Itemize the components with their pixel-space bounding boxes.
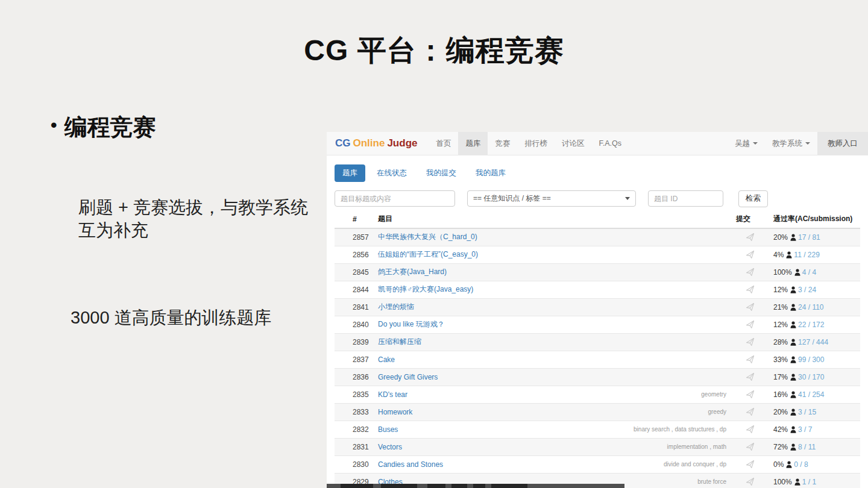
send-icon[interactable] xyxy=(746,460,755,469)
problem-title-link[interactable]: 鸽王大赛(Java_Hard) xyxy=(378,267,447,276)
problem-title-link[interactable]: Homework xyxy=(378,408,412,416)
bullet-item: •编程竞赛 xyxy=(51,112,156,143)
problem-row: 2833 Homework greedy 20%3 / 15 xyxy=(335,403,860,421)
ac-ratio-link[interactable]: 3 / 15 xyxy=(798,408,816,416)
send-icon[interactable] xyxy=(746,320,755,329)
brand-part-judge: Judge xyxy=(387,137,417,149)
ac-ratio-link[interactable]: 3 / 7 xyxy=(798,425,812,434)
ratio-cell: 20%3 / 15 xyxy=(769,403,860,421)
user-icon xyxy=(790,391,796,398)
ratio-cell: 33%99 / 300 xyxy=(769,351,860,368)
send-icon[interactable] xyxy=(746,442,755,451)
problem-title-link[interactable]: Candies and Stones xyxy=(378,460,443,469)
submit-cell xyxy=(731,455,769,473)
user-icon xyxy=(790,426,796,433)
header-id: # xyxy=(335,210,373,228)
send-icon[interactable] xyxy=(746,285,755,294)
problem-title-link[interactable]: 压缩和解压缩 xyxy=(378,337,421,346)
nav-item-竞赛[interactable]: 竞赛 xyxy=(488,132,517,155)
problem-id-input[interactable] xyxy=(648,190,723,207)
problem-row: 2857 中华民族伟大复兴（C_hard_0) 20%17 / 81 xyxy=(335,228,860,246)
tab-在线状态[interactable]: 在线状态 xyxy=(369,164,415,182)
problem-title-link[interactable]: Buses xyxy=(378,425,398,434)
teacher-entry-button[interactable]: 教师入口 xyxy=(817,132,868,155)
problem-title-link[interactable]: Vectors xyxy=(378,443,402,451)
ratio-cell: 72%8 / 11 xyxy=(769,438,860,455)
problem-tags xyxy=(602,228,731,246)
ratio-cell: 21%24 / 110 xyxy=(769,298,860,316)
submit-cell xyxy=(731,421,769,438)
problem-id: 2836 xyxy=(335,368,373,386)
send-icon[interactable] xyxy=(746,372,755,381)
user-menu[interactable]: 吴越 xyxy=(728,132,765,155)
tag-filter-select[interactable]: == 任意知识点 / 标签 == xyxy=(467,190,636,207)
problem-tags: geometry xyxy=(602,386,731,403)
ac-ratio-link[interactable]: 17 / 81 xyxy=(798,233,820,242)
problem-title-link[interactable]: KD's tear xyxy=(378,390,407,399)
nav-item-首页[interactable]: 首页 xyxy=(429,132,458,155)
ac-ratio-link[interactable]: 99 / 300 xyxy=(798,355,824,364)
problem-title-link[interactable]: Cake xyxy=(378,355,395,364)
user-icon xyxy=(790,321,796,328)
submit-cell xyxy=(731,263,769,281)
problem-row: 2832 Buses binary search , data structur… xyxy=(335,421,860,438)
ac-ratio-link[interactable]: 4 / 4 xyxy=(802,268,816,277)
ratio-cell: 100%4 / 4 xyxy=(769,263,860,281)
problem-title-link[interactable]: Do you like 玩游戏？ xyxy=(378,320,445,328)
ac-ratio-link[interactable]: 24 / 110 xyxy=(798,303,823,311)
problem-id: 2830 xyxy=(335,455,373,473)
problem-id: 2831 xyxy=(335,438,373,455)
problem-title-link[interactable]: 小埋的烦恼 xyxy=(378,302,414,311)
keyword-search-input[interactable] xyxy=(335,190,455,207)
ac-ratio-link[interactable]: 41 / 254 xyxy=(798,390,824,399)
ac-ratio-link[interactable]: 1 / 1 xyxy=(802,478,816,486)
search-button[interactable]: 检索 xyxy=(738,190,768,207)
send-icon[interactable] xyxy=(746,425,755,434)
tab-题库[interactable]: 题库 xyxy=(335,164,365,182)
nav-item-讨论区[interactable]: 讨论区 xyxy=(555,132,592,155)
ac-ratio-link[interactable]: 8 / 11 xyxy=(798,443,816,451)
ac-ratio-link[interactable]: 11 / 229 xyxy=(794,251,819,259)
send-icon[interactable] xyxy=(746,233,755,242)
ac-percentage: 0% xyxy=(773,460,784,469)
send-icon[interactable] xyxy=(746,267,755,277)
ac-ratio-link[interactable]: 22 / 172 xyxy=(798,321,824,329)
tab-我的题库[interactable]: 我的题库 xyxy=(468,164,514,182)
ac-ratio-link[interactable]: 30 / 170 xyxy=(798,373,824,381)
submit-cell xyxy=(731,316,769,333)
submit-cell xyxy=(731,386,769,403)
problem-id: 2844 xyxy=(335,281,373,298)
send-icon[interactable] xyxy=(746,250,755,259)
header-title: 题目 xyxy=(373,210,602,228)
send-icon[interactable] xyxy=(746,355,755,364)
problem-title-link[interactable]: 中华民族伟大复兴（C_hard_0) xyxy=(378,233,477,241)
user-icon xyxy=(790,339,796,346)
problem-tags: greedy xyxy=(602,403,731,421)
problem-id: 2835 xyxy=(335,386,373,403)
ac-percentage: 20% xyxy=(773,408,788,416)
bullet-marker: • xyxy=(51,115,57,135)
send-icon[interactable] xyxy=(746,337,755,346)
send-icon[interactable] xyxy=(746,302,755,311)
problem-id: 2833 xyxy=(335,403,373,421)
problem-id: 2857 xyxy=(335,228,373,246)
ac-ratio-link[interactable]: 127 / 444 xyxy=(798,338,828,346)
ratio-cell: 4%11 / 229 xyxy=(769,246,860,263)
oj-brand-logo[interactable]: CG Online Judge xyxy=(327,132,429,155)
nav-item-排行榜[interactable]: 排行榜 xyxy=(517,132,555,155)
nav-item-题库[interactable]: 题库 xyxy=(458,132,488,155)
problem-title-link[interactable]: 伍姐姐的“面子工程”(C_easy_0) xyxy=(378,250,478,258)
tab-我的提交[interactable]: 我的提交 xyxy=(418,164,464,182)
send-icon[interactable] xyxy=(746,407,755,416)
problem-row: 2840 Do you like 玩游戏？ 12%22 / 172 xyxy=(335,316,860,333)
problem-title-cell: 中华民族伟大复兴（C_hard_0) xyxy=(373,228,602,246)
ac-ratio-link[interactable]: 3 / 24 xyxy=(798,286,816,294)
send-icon[interactable] xyxy=(746,390,755,399)
user-icon xyxy=(790,286,796,293)
teaching-system-menu[interactable]: 教学系统 xyxy=(765,132,817,155)
ac-ratio-link[interactable]: 0 / 8 xyxy=(794,460,808,469)
send-icon[interactable] xyxy=(746,477,755,486)
nav-item-F.A.Qs[interactable]: F.A.Qs xyxy=(591,132,629,155)
problem-title-link[interactable]: 凯哥的摔♂跤大赛(Java_easy) xyxy=(378,285,473,293)
problem-title-link[interactable]: Greedy Gift Givers xyxy=(378,373,438,381)
